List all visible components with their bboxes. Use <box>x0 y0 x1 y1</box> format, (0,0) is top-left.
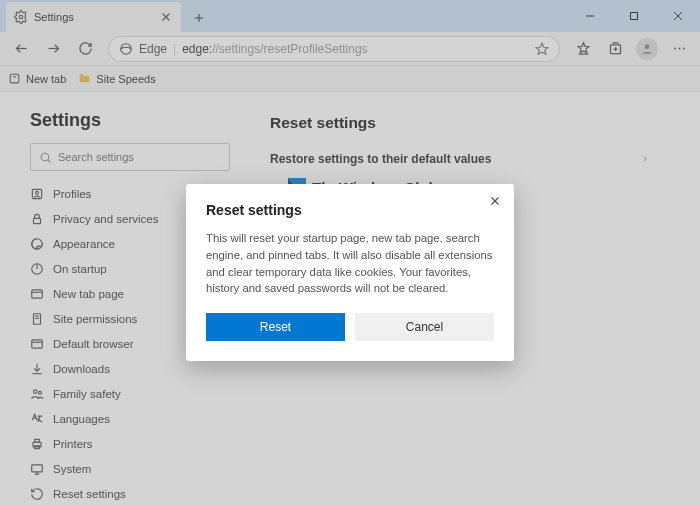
reset-button[interactable]: Reset <box>206 313 345 341</box>
reset-settings-dialog: Reset settings This will reset your star… <box>186 184 514 362</box>
modal-overlay: Reset settings This will reset your star… <box>0 0 700 505</box>
dialog-close-icon[interactable] <box>488 194 502 208</box>
dialog-title: Reset settings <box>206 202 494 218</box>
dialog-buttons: Reset Cancel <box>206 313 494 341</box>
dialog-body: This will reset your startup page, new t… <box>206 230 494 298</box>
cancel-button[interactable]: Cancel <box>355 313 494 341</box>
